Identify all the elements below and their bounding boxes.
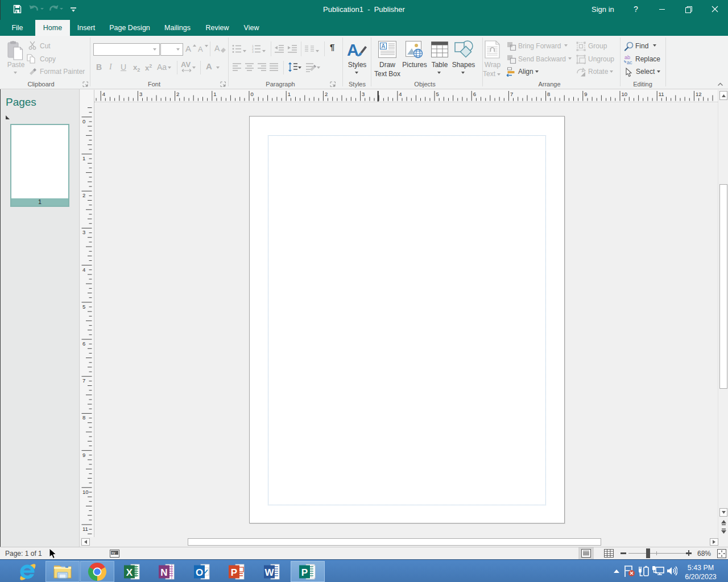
svg-text:2: 2 [325, 91, 328, 97]
svg-text:7: 7 [510, 91, 513, 97]
svg-text:10: 10 [82, 489, 89, 495]
svg-text:4: 4 [82, 267, 85, 273]
svg-text:3: 3 [362, 91, 365, 97]
svg-text:A: A [347, 41, 359, 59]
svg-text:1: 1 [288, 91, 291, 97]
svg-text:9: 9 [584, 91, 587, 97]
svg-text:4: 4 [399, 91, 402, 97]
svg-text:8: 8 [82, 414, 85, 421]
svg-text:11: 11 [82, 526, 88, 532]
svg-text:5: 5 [436, 91, 439, 97]
svg-text:3: 3 [139, 91, 142, 97]
svg-text:N: N [160, 567, 167, 578]
svg-text:0: 0 [82, 118, 85, 124]
svg-text:O: O [196, 567, 203, 578]
svg-text:3: 3 [82, 229, 85, 235]
svg-text:11: 11 [659, 91, 664, 97]
svg-text:P: P [301, 567, 308, 578]
svg-text:2: 2 [82, 192, 85, 198]
svg-text:ac: ac [627, 60, 632, 65]
svg-text:P: P [231, 567, 237, 578]
svg-text:xy: xy [111, 551, 115, 555]
svg-text:12: 12 [696, 91, 702, 97]
svg-text:A: A [382, 43, 386, 49]
svg-text:10: 10 [622, 91, 628, 97]
svg-text:X: X [126, 567, 133, 578]
svg-text:5: 5 [82, 304, 85, 310]
svg-text:W: W [264, 567, 274, 578]
svg-text:8: 8 [547, 91, 550, 97]
svg-text:1: 1 [82, 155, 85, 161]
svg-text:4: 4 [102, 91, 105, 97]
svg-text:0: 0 [251, 91, 254, 97]
svg-text:3: 3 [252, 50, 254, 53]
svg-text:1: 1 [213, 91, 216, 97]
svg-text:2: 2 [176, 91, 179, 97]
svg-text:6: 6 [473, 91, 476, 97]
svg-text:7: 7 [82, 377, 85, 384]
svg-text:6: 6 [82, 340, 85, 347]
svg-text:9: 9 [82, 452, 85, 458]
